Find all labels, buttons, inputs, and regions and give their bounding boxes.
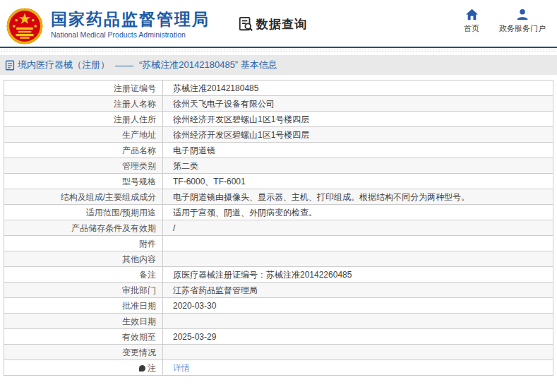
row-value: 原医疗器械注册证编号：苏械注准20142260485: [163, 267, 553, 283]
row-label: 生产地址: [4, 127, 163, 143]
nav-portal[interactable]: 政务服务门户: [499, 8, 546, 34]
table-row: 有效期至2025-03-29: [4, 329, 553, 345]
document-icon: [5, 60, 15, 71]
data-query-label: 数据查询: [256, 16, 307, 32]
row-value: /: [163, 220, 553, 236]
row-label: 其他内容: [4, 251, 163, 267]
row-value: 徐州经济开发区碧螺山1区1号楼四层: [163, 112, 553, 127]
row-value: 第二类: [163, 158, 553, 174]
user-icon: [516, 8, 529, 20]
row-label: 注册证编号: [4, 81, 163, 96]
table-row: 批准日期2020-03-30: [4, 298, 553, 314]
row-value: 徐州经济开发区碧螺山1区1号楼四层: [163, 127, 553, 143]
table-row: 适用范围/预期用途适用于宫颈、阴道、外阴病变的检查。: [4, 205, 553, 220]
site-title: 国家药品监督管理局: [51, 11, 210, 28]
row-label: 附件: [4, 236, 163, 251]
row-label: 管理类别: [4, 158, 163, 174]
dotted-strip: [0, 48, 557, 52]
row-value: [163, 314, 553, 329]
row-value: [163, 251, 553, 267]
row-value: 2025-03-29: [163, 329, 553, 345]
row-label: 注: [4, 360, 163, 376]
table-row: 注册人住所徐州经济开发区碧螺山1区1号楼四层: [4, 112, 553, 127]
table-row: 型号规格TF-6000、TF-6001: [4, 174, 553, 189]
nav-portal-label: 政务服务门户: [499, 23, 546, 34]
home-icon: [465, 8, 479, 20]
table-row: 审批部门江苏省药品监督管理局: [4, 283, 553, 298]
info-table-body: 注册证编号苏械注准20142180485注册人名称徐州天飞电子设备有限公司注册人…: [4, 81, 553, 376]
breadcrumb: 境内医疗器械（注册） —— “苏械注准20142180485” 基本信息: [0, 55, 557, 75]
row-value: 江苏省药品监督管理局: [163, 283, 553, 298]
row-value: [163, 345, 553, 360]
row-label: 产品名称: [4, 143, 163, 158]
table-row: 注册人名称徐州天飞电子设备有限公司: [4, 96, 553, 112]
breadcrumb-separator: ——: [115, 60, 133, 71]
table-row: 产品名称电子阴道镜: [4, 143, 553, 158]
table-row: 生效日期: [4, 314, 553, 329]
row-value: TF-6000、TF-6001: [163, 174, 553, 189]
row-label: 产品储存条件及有效期: [4, 220, 163, 236]
row-label: 生效日期: [4, 314, 163, 329]
table-row: 生产地址徐州经济开发区碧螺山1区1号楼四层: [4, 127, 553, 143]
site-header: 国家药品监督管理局 National Medical Products Admi…: [0, 0, 557, 47]
top-nav: 首页 政务服务门户: [464, 8, 546, 34]
site-subtitle: National Medical Products Administration: [51, 30, 210, 39]
row-label: 备注: [4, 267, 163, 283]
row-label: 注册人名称: [4, 96, 163, 112]
details-link[interactable]: 详情: [173, 363, 190, 373]
row-value: 详情: [163, 360, 553, 376]
note-icon: [139, 365, 145, 372]
site-title-block: 国家药品监督管理局 National Medical Products Admi…: [51, 11, 210, 39]
nav-home-label: 首页: [464, 23, 479, 34]
table-row: 附件: [4, 236, 553, 251]
data-query-icon: [238, 16, 253, 32]
row-value: 适用于宫颈、阴道、外阴病变的检查。: [163, 205, 553, 220]
row-value: 苏械注准20142180485: [163, 81, 553, 96]
table-row: 管理类别第二类: [4, 158, 553, 174]
registration-info-table: 注册证编号苏械注准20142180485注册人名称徐州天飞电子设备有限公司注册人…: [4, 80, 553, 376]
row-label: 变更情况: [4, 345, 163, 360]
row-value: 电子阴道镜由摄像头、显示器、主机、打印组成。根据结构不同分为两种型号。: [163, 189, 553, 205]
row-label: 有效期至: [4, 329, 163, 345]
row-value: 电子阴道镜: [163, 143, 553, 158]
row-label: 审批部门: [4, 283, 163, 298]
row-label: 结构及组成/主要组成成分: [4, 189, 163, 205]
table-row: 变更情况: [4, 345, 553, 360]
row-label: 批准日期: [4, 298, 163, 314]
table-row: 备注原医疗器械注册证编号：苏械注准20142260485: [4, 267, 553, 283]
table-row: 结构及组成/主要组成成分电子阴道镜由摄像头、显示器、主机、打印组成。根据结构不同…: [4, 189, 553, 205]
national-emblem-logo: [6, 7, 44, 45]
table-row: 注详情: [4, 360, 553, 376]
row-value: 徐州天飞电子设备有限公司: [163, 96, 553, 112]
table-row: 注册证编号苏械注准20142180485: [4, 81, 553, 96]
row-label: 注册人住所: [4, 112, 163, 127]
table-row: 其他内容: [4, 251, 553, 267]
row-label: 适用范围/预期用途: [4, 205, 163, 220]
row-value: 2020-03-30: [163, 298, 553, 314]
nav-home[interactable]: 首页: [464, 8, 479, 34]
row-label: 型号规格: [4, 174, 163, 189]
breadcrumb-current: “苏械注准20142180485” 基本信息: [139, 59, 277, 71]
breadcrumb-category[interactable]: 境内医疗器械（注册）: [18, 59, 109, 71]
data-query-heading: 数据查询: [238, 16, 307, 32]
table-row: 产品储存条件及有效期/: [4, 220, 553, 236]
row-value: [163, 236, 553, 251]
